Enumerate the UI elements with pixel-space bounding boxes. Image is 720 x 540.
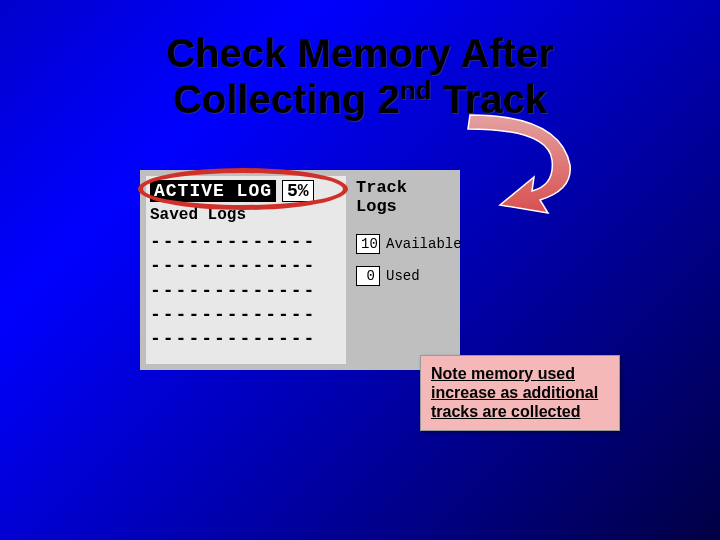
- title-sup: nd: [400, 75, 432, 105]
- list-item: -------------: [150, 230, 342, 254]
- available-label: Available: [386, 236, 462, 252]
- active-log-label: ACTIVE LOG: [150, 180, 276, 202]
- list-item: -------------: [150, 279, 342, 303]
- list-item: -------------: [150, 327, 342, 351]
- note-text: Note memory used increase as additional …: [431, 365, 598, 420]
- saved-logs-label: Saved Logs: [150, 206, 342, 224]
- active-log-row: ACTIVE LOG 5%: [150, 180, 342, 202]
- used-label: Used: [386, 268, 420, 284]
- gps-left-panel: ACTIVE LOG 5% Saved Logs ------------- -…: [146, 176, 346, 364]
- used-value: 0: [356, 266, 380, 286]
- list-item: -------------: [150, 303, 342, 327]
- available-value: 10: [356, 234, 380, 254]
- available-row: 10 Available: [356, 234, 454, 254]
- slide-title: Check Memory After Collecting 2nd Track: [0, 30, 720, 122]
- curved-arrow-icon: [440, 105, 600, 225]
- used-row: 0 Used: [356, 266, 454, 286]
- active-log-percent: 5%: [282, 180, 314, 202]
- list-item: -------------: [150, 254, 342, 278]
- title-line2-pre: Collecting 2: [173, 77, 400, 121]
- gps-screenshot: ACTIVE LOG 5% Saved Logs ------------- -…: [140, 170, 460, 370]
- title-line1: Check Memory After: [166, 31, 554, 75]
- note-callout: Note memory used increase as additional …: [420, 355, 620, 431]
